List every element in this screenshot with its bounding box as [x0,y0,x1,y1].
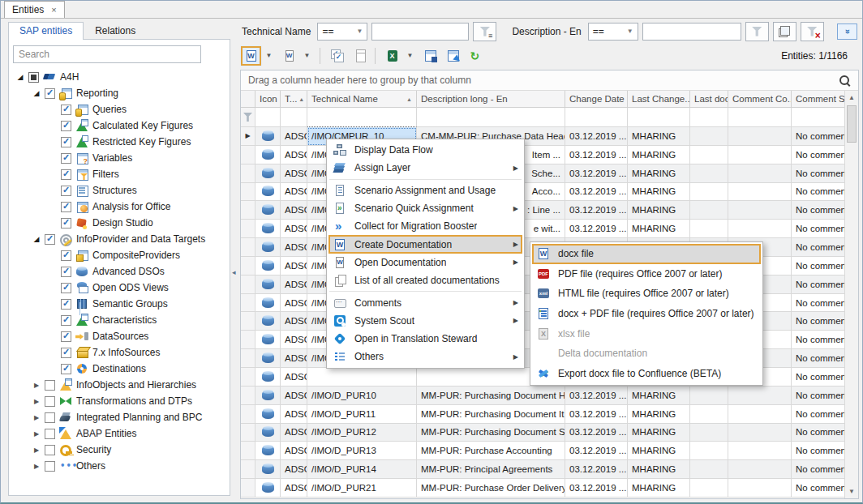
submenu-item-html-file-requires-office-2007-or-later[interactable]: HTML file (requires Office 2007 or later… [532,284,761,304]
checkbox-checked[interactable] [61,105,71,115]
checkbox-checked[interactable] [61,169,71,180]
checkbox-checked[interactable] [61,283,71,293]
tree-item[interactable]: Restricted Key Figures [13,134,225,150]
collapsed-expander-icon[interactable]: ▶ [31,430,42,438]
submenu-item-docx-pdf-file-requires-office-2007-or-later[interactable]: docx + PDF file (requires Office 2007 or… [532,304,761,324]
tree-item[interactable]: CompositeProviders [13,247,225,263]
tree-item[interactable]: ◢InfoProvider and Data Targets [13,231,225,247]
tab-entities[interactable]: Entities × [4,1,65,18]
tree-item[interactable]: ▶Integrated Planning and BPC [13,409,225,425]
group-by-bar[interactable]: Drag a column header here to group by th… [241,70,858,91]
scrollbar-track[interactable] [845,105,858,485]
menu-item-comments[interactable]: Comments▶ [328,293,522,311]
column-header-Change Date[interactable]: Change Date [565,91,628,108]
scroll-down-icon[interactable]: ▼ [845,485,858,498]
checkbox-checked[interactable] [61,137,71,147]
column-header-Comment Co...[interactable]: Comment Co... [728,91,792,108]
deselect-all-button[interactable] [349,45,371,66]
restore-grid-layout-button[interactable] [442,45,464,66]
menu-item-assign-layer[interactable]: Assign Layer▶ [328,159,522,177]
table-row[interactable]: ADSO/IMO/D_PUR11MM-PUR: Purchasing Docum… [241,405,844,424]
tree-item[interactable]: DataSources [13,328,225,344]
tree-item[interactable]: Open ODS Views [13,280,225,296]
filter-cell[interactable] [792,108,844,127]
description-operator-select[interactable]: == ▼ [588,23,638,41]
scroll-up-icon[interactable]: ▲ [845,91,858,105]
column-header-Last doc.[interactable]: Last doc. [690,91,728,108]
collapsed-expander-icon[interactable]: ▶ [31,414,42,421]
collapsed-expander-icon[interactable]: ▶ [31,463,42,470]
search-input[interactable] [13,45,201,63]
checkbox-checked[interactable] [61,153,71,164]
close-icon[interactable]: × [51,6,56,15]
submenu-item-pdf-file-requires-office-2007-or-later[interactable]: PDF file (requires Office 2007 or later) [532,264,761,284]
column-header-T...[interactable]: T...▲ [281,91,307,108]
tree-item[interactable]: ◢A4H [13,69,225,85]
checkbox-unchecked[interactable] [45,461,55,472]
filter-cell[interactable] [728,108,792,127]
menu-item-others[interactable]: Others▶ [328,348,522,365]
checkbox-checked[interactable] [61,315,71,326]
checkbox-checked[interactable] [61,331,71,342]
filter-cell[interactable] [565,108,628,127]
tree-item[interactable]: Variables [13,150,225,166]
menu-item-open-documentation[interactable]: Open Documentation▶ [328,254,522,271]
checkbox-unchecked[interactable] [45,396,55,407]
expanded-expander-icon[interactable]: ◢ [15,73,26,81]
export-excel-button[interactable] [381,45,403,66]
search-icon[interactable] [839,75,851,87]
filter-cell[interactable] [417,108,565,127]
filter-cell[interactable] [628,108,690,127]
checkbox-checked[interactable] [45,88,55,99]
expanded-expander-icon[interactable]: ◢ [31,89,42,97]
menu-item-list-of-all-created-documentations[interactable]: List of all created documentations [328,271,522,289]
tree-item[interactable]: Characteristics [13,312,225,328]
tree-item[interactable]: Structures [13,182,225,199]
menu-item-collect-for-migration-booster[interactable]: Collect for Migration Booster [328,217,522,235]
row-indicator-header[interactable] [241,91,255,108]
checkbox-checked[interactable] [61,348,71,358]
apply-technical-name-filter-button[interactable] [473,22,496,41]
tree-item[interactable]: Design Studio [13,215,225,231]
checkbox-checked[interactable] [61,267,71,277]
apply-description-filter-button[interactable] [745,22,769,41]
checkbox-checked[interactable] [61,364,71,374]
checkbox-checked[interactable] [61,218,71,229]
refresh-button[interactable] [465,45,487,66]
checkbox-unchecked[interactable] [45,429,55,439]
checkbox-unchecked[interactable] [45,380,55,391]
tab-sap-entities[interactable]: SAP entities [8,22,84,40]
vertical-scrollbar[interactable]: ▲ ▼ [844,91,858,498]
description-filter-input[interactable] [642,23,741,41]
tree-item[interactable]: Analysis for Office [13,199,225,215]
clear-filter-button[interactable] [801,22,824,41]
table-row[interactable]: ADSO/IMO/D_PUR14MM-PUR: Principal Agreem… [241,460,844,479]
column-header-Description long - En[interactable]: Description long - En [417,91,565,108]
tree-item[interactable]: Queries [13,101,225,117]
submenu-item-export-docx-file-to-confluence-beta[interactable]: Export docx file to Confluence (BETA) [532,364,761,384]
menu-item-scenario-quick-assignment[interactable]: Scenario Quick Assignment▶ [328,199,522,217]
collapsed-expander-icon[interactable]: ▶ [31,382,42,389]
tab-relations[interactable]: Relations [84,22,147,40]
menu-item-display-data-flow[interactable]: Display Data Flow [328,141,522,159]
collapse-pane-icon[interactable]: ◂ [232,268,236,276]
tree-item[interactable]: ▶Others [13,458,225,474]
tree-item[interactable]: ▶Security [13,442,225,458]
table-row[interactable]: ADSO/IMO/D_PUR12MM-PUR: Purchasing Docum… [241,424,844,442]
open-documentation-button-dropdown[interactable]: ▼ [301,45,313,66]
collapsed-expander-icon[interactable]: ▶ [31,446,42,454]
filter-editor-button[interactable] [773,22,796,41]
menu-item-scenario-assignment-and-usage[interactable]: Scenario Assignment and Usage [328,182,522,199]
checkbox-checked[interactable] [61,186,71,196]
checkbox-checked[interactable] [45,234,55,245]
tree-item[interactable]: Calculated Key Figures [13,117,225,134]
pane-splitter[interactable]: ◂ [232,19,237,502]
filter-row-indicator[interactable] [241,108,255,127]
select-all-button[interactable] [326,45,348,66]
technical-name-operator-select[interactable]: == ▼ [317,23,367,41]
checkbox-unchecked[interactable] [45,445,55,455]
checkbox-unchecked[interactable] [45,412,55,423]
tree-item[interactable]: 7.x InfoSources [13,344,225,361]
tree-item[interactable]: ▶ABAP Entities [13,425,225,442]
menu-item-open-in-translation-steward[interactable]: Open in Translation Steward [328,330,522,348]
